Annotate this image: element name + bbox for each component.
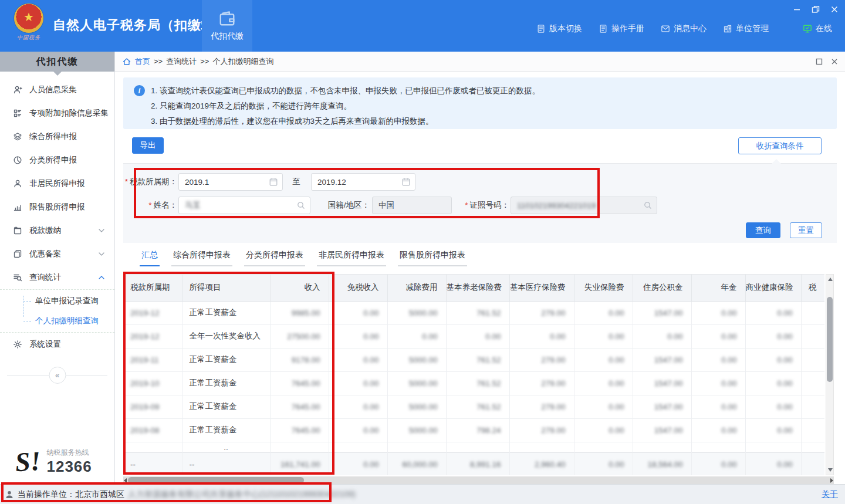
tab-summary[interactable]: 汇总 — [140, 250, 160, 266]
cell-medical: 279.00 — [509, 301, 574, 324]
table-row[interactable]: 2019-11正常工资薪金9178.000.005000.00761.52279… — [123, 348, 824, 371]
id-number-input[interactable]: 110102199304221019 — [511, 197, 657, 214]
hotline-block: S! 纳税服务热线 12366 — [15, 448, 92, 476]
close-button[interactable] — [830, 5, 839, 14]
table-row[interactable]: 2019-12正常工资薪金9985.000.005000.00761.52279… — [123, 301, 824, 324]
search-icon[interactable] — [643, 201, 653, 210]
period-from-input[interactable]: 2019.1 — [178, 173, 283, 191]
column-header-unemployment: 失业保险费 — [574, 275, 633, 301]
cell-deduction: 0.00 — [387, 324, 446, 348]
cell-commercial-health: 0.00 — [745, 395, 801, 418]
reset-button[interactable]: 重置 — [790, 222, 822, 238]
cell-housing-fund: 1547.00 — [633, 301, 691, 324]
table-row[interactable]: 2019-08正常工资薪金7645.000.005000.00798.24279… — [123, 418, 824, 442]
restore-button[interactable] — [811, 5, 820, 14]
column-header-housing-fund: 住房公积金 — [633, 275, 691, 301]
sidebar-subitem-org-declare-record-query[interactable]: 单位申报记录查询 — [0, 291, 114, 311]
cell-annuity — [691, 442, 745, 452]
menu-message-center[interactable]: 消息中心 — [661, 23, 707, 34]
fold-query-button[interactable]: 收折查询条件 — [738, 137, 822, 154]
total-pension: 8,991.16 — [446, 452, 509, 475]
table-row-clipped: .. — [123, 442, 824, 452]
horizontal-scroll-thumb[interactable] — [128, 477, 304, 483]
sidebar-item-nonresident-income[interactable]: 非居民所得申报 — [0, 172, 114, 195]
vertical-scroll-thumb[interactable] — [827, 297, 833, 382]
sidebar-subitem-personal-withholding-detail-query[interactable]: 个人扣缴明细查询 — [0, 311, 114, 331]
name-input[interactable]: 马某 — [178, 197, 310, 214]
total-tax-free-income: 0.00 — [329, 452, 387, 475]
about-link[interactable]: 关于 — [822, 489, 838, 500]
calendar-icon[interactable] — [401, 177, 411, 187]
total-period: -- — [123, 452, 182, 475]
table-row[interactable]: 2019-10正常工资薪金7645.000.005000.00761.52279… — [123, 371, 824, 395]
tab-nonresident-table[interactable]: 非居民所得申报表 — [317, 250, 386, 266]
cell-pension: 798.24 — [446, 418, 509, 442]
sidebar-item-classified-income[interactable]: 分类所得申报 — [0, 148, 114, 172]
tab-close-button[interactable] — [831, 58, 838, 65]
app-window: ★ 中国税务 自然人电子税务局（扣缴端） 代扣代缴 版本切换操作手册消息中心单位… — [0, 0, 845, 504]
cell-housing-fund — [633, 442, 691, 452]
person-add-icon — [13, 85, 22, 94]
column-header-deduction: 减除费用 — [387, 275, 446, 301]
wallet2-icon — [13, 226, 22, 235]
scroll-down-arrow-icon[interactable] — [828, 468, 833, 472]
home-icon — [122, 57, 131, 66]
table-row[interactable]: 2019-12全年一次性奖金收入27500.000.000.000.000.00… — [123, 324, 824, 348]
breadcrumb-home[interactable]: 首页 — [135, 56, 150, 67]
cell-income-item: 正常工资薪金 — [182, 395, 270, 418]
tab-classified-table[interactable]: 分类所得申报表 — [244, 250, 305, 266]
breadcrumb-item-2: 个人扣缴明细查询 — [212, 56, 273, 67]
tab-comprehensive-table[interactable]: 综合所得申报表 — [171, 250, 232, 266]
sidebar-item-preferential-filing[interactable]: 优惠备案 — [0, 242, 114, 266]
horizontal-scrollbar[interactable] — [123, 476, 834, 484]
query-form: *税款所属期： 2019.1 至 2019.12 *姓名： 马某 国籍/地区： … — [123, 163, 837, 243]
cell-pension: 761.52 — [446, 395, 509, 418]
name-value: 马某 — [185, 200, 201, 211]
tab-maximize-button[interactable] — [816, 58, 823, 65]
cell-income: 7645.00 — [270, 395, 329, 418]
fold-caret — [772, 159, 781, 164]
period-to-input[interactable]: 2019.12 — [311, 173, 415, 191]
notice-line-3: 3. 由于数据处理的滞后性，建议您在申报成功3天之后再来查询最新的申报数据。 — [151, 114, 540, 129]
column-header-medical: 基本医疗保险费 — [509, 275, 574, 301]
bar-chart-icon — [13, 202, 22, 212]
minimize-button[interactable] — [792, 5, 802, 14]
cell-income: 7645.00 — [270, 371, 329, 395]
top-tab-withholding[interactable]: 代扣代缴 — [202, 0, 252, 52]
sidebar-item-restricted-shares[interactable]: 限售股所得申报 — [0, 195, 114, 219]
sidebar-item-tax-payment[interactable]: 税款缴纳 — [0, 219, 114, 242]
cell-unemployment: 0.00 — [574, 301, 633, 324]
sidebar-menu: 人员信息采集专项附加扣除信息采集综合所得申报分类所得申报非居民所得申报限售股所得… — [0, 78, 114, 356]
cell-tax-free-income: 0.00 — [329, 348, 387, 371]
search-icon[interactable] — [296, 201, 306, 210]
scroll-left-arrow-icon[interactable] — [124, 478, 127, 483]
tab-restricted-table[interactable]: 限售股所得申报表 — [398, 250, 467, 266]
table-row[interactable]: 2019-09正常工资薪金7645.000.005000.00761.52279… — [123, 395, 824, 418]
sidebar-item-special-deduction[interactable]: 专项附加扣除信息采集 — [0, 102, 114, 125]
form-list-icon — [13, 109, 22, 118]
menu-version-switch[interactable]: 版本切换 — [536, 23, 582, 34]
menu-online-status[interactable]: 在线 — [803, 23, 832, 34]
cell-tax-clipped — [801, 418, 824, 442]
total-unemployment: 0.00 — [574, 452, 633, 475]
vertical-scrollbar[interactable] — [826, 274, 834, 475]
total-annuity: 0.00 — [691, 452, 745, 475]
export-button[interactable]: 导出 — [132, 137, 164, 154]
cell-commercial-health: 0.00 — [745, 324, 801, 348]
menu-manual[interactable]: 操作手册 — [599, 23, 644, 34]
logo-text: 中国税务 — [14, 34, 43, 42]
menu-org-management[interactable]: 单位管理 — [723, 23, 769, 34]
calendar-icon[interactable] — [269, 177, 278, 187]
scroll-up-arrow-icon[interactable] — [828, 278, 833, 281]
sidebar-item-personnel-info[interactable]: 人员信息采集 — [0, 78, 114, 102]
sidebar-item-query-statistics[interactable]: 查询统计 — [0, 266, 114, 289]
cell-period: 2019-11 — [123, 348, 182, 371]
wallet-icon — [218, 10, 236, 28]
total-medical: 2,960.40 — [509, 452, 574, 475]
cell-period — [123, 442, 182, 452]
query-button[interactable]: 查询 — [746, 222, 780, 238]
sidebar-item-comprehensive-income[interactable]: 综合所得申报 — [0, 125, 114, 148]
sidebar-item-system-settings[interactable]: 系统设置 — [0, 333, 114, 356]
scroll-right-arrow-icon[interactable] — [830, 478, 833, 483]
collapse-sidebar-button[interactable]: « — [49, 367, 66, 384]
